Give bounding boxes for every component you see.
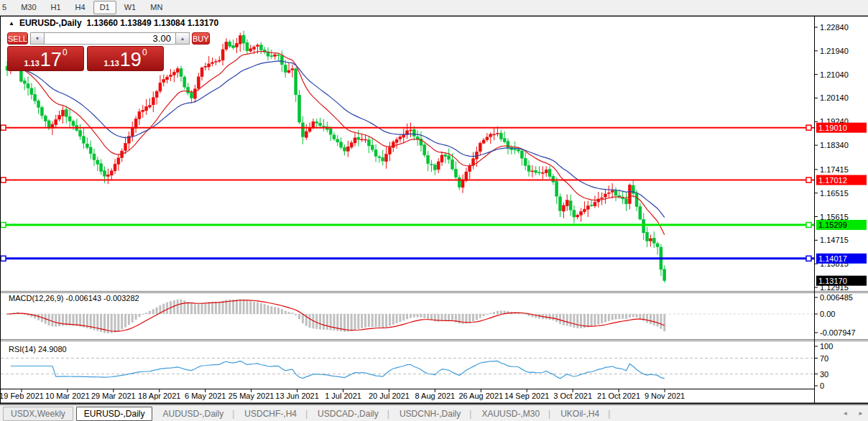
chart-ohlc-values: 1.13660 1.13849 1.13084 1.13170 bbox=[87, 18, 219, 28]
volume-increase-button[interactable]: ▲ bbox=[175, 32, 190, 45]
svg-text:100: 100 bbox=[820, 342, 833, 351]
date-tick-label: 18 Apr 2021 bbox=[138, 392, 180, 400]
tab-scroll-left-icon[interactable]: ◄ bbox=[842, 410, 848, 417]
date-tick-label: 14 Sep 2021 bbox=[504, 392, 549, 400]
chart-tab-ukoil-[interactable]: UKOil-,H4 bbox=[553, 407, 606, 420]
date-tick-label: 9 Nov 2021 bbox=[645, 392, 685, 400]
date-tick-label: 25 May 2021 bbox=[228, 392, 274, 400]
timeframe-button-m30[interactable]: M30 bbox=[14, 1, 42, 14]
chart-symbol-title: EURUSD-,Daily bbox=[19, 18, 82, 28]
timeframe-button-h4[interactable]: H4 bbox=[69, 1, 92, 14]
svg-text:1.14017: 1.14017 bbox=[818, 254, 847, 263]
chart-tab-xauusd-[interactable]: XAUUSD-,M30 bbox=[474, 407, 547, 420]
date-tick-label: 26 Aug 2021 bbox=[458, 392, 503, 400]
price-tick-label: 1.15615 bbox=[820, 213, 849, 221]
date-tick-label: 1 Jul 2021 bbox=[325, 392, 361, 400]
sell-button[interactable]: SELL bbox=[7, 32, 28, 45]
date-tick-label: 6 May 2021 bbox=[185, 392, 226, 400]
svg-text:-0.007947: -0.007947 bbox=[820, 328, 856, 337]
chart-tab-usdcad-[interactable]: USDCAD-,Daily bbox=[310, 407, 386, 420]
sell-price-pips: 17 bbox=[40, 51, 62, 69]
price-tick-label: 1.16515 bbox=[820, 189, 849, 198]
macd-indicator-label: MACD(12,26,9) -0.006143 -0.003282 bbox=[9, 294, 139, 302]
buy-price-prefix: 1.13 bbox=[103, 59, 119, 68]
axis-price-flag: 1.15299 bbox=[816, 220, 867, 230]
rsi-indicator-label: RSI(14) 24.9080 bbox=[9, 345, 67, 353]
svg-text:30: 30 bbox=[820, 370, 828, 379]
sell-price-point: 0 bbox=[63, 47, 68, 57]
tab-scroll-right-icon[interactable]: ► bbox=[858, 410, 864, 417]
svg-text:1.13170: 1.13170 bbox=[818, 277, 847, 285]
timeframe-button-5[interactable]: 5 bbox=[0, 1, 13, 14]
chart-header: ▲ EURUSD-,Daily 1.13660 1.13849 1.13084 … bbox=[9, 18, 218, 28]
date-tick-label: 21 Oct 2021 bbox=[597, 392, 640, 400]
one-click-trading-panel: SELL ▼ ▲ BUY 1.13 17 0 1.13 19 0 bbox=[7, 32, 164, 71]
timeframe-button-w1[interactable]: W1 bbox=[118, 1, 143, 14]
date-tick-label: 29 Mar 2021 bbox=[91, 392, 136, 400]
price-tick-label: 1.18340 bbox=[820, 141, 849, 149]
tab-separator: | bbox=[387, 409, 389, 419]
timeframe-button-d1[interactable]: D1 bbox=[93, 1, 116, 14]
svg-text:1.17012: 1.17012 bbox=[818, 176, 847, 185]
chart-tab-usdx[interactable]: USDX,Weekly bbox=[3, 407, 73, 421]
chart-tab-audusd-[interactable]: AUDUSD-,Daily bbox=[155, 407, 231, 420]
date-tick-label: 10 Mar 2021 bbox=[45, 392, 90, 400]
axis-price-flag: 1.17012 bbox=[816, 175, 867, 185]
tab-separator: | bbox=[232, 409, 234, 419]
price-tick-label: 1.22840 bbox=[820, 23, 849, 32]
buy-price-point: 0 bbox=[142, 47, 147, 57]
sell-price-prefix: 1.13 bbox=[24, 59, 39, 68]
volume-decrease-button[interactable]: ▼ bbox=[30, 32, 45, 45]
collapse-one-click-icon[interactable]: ▲ bbox=[9, 20, 14, 27]
chart-tab-usdcnh-[interactable]: USDCNH-,Daily bbox=[392, 407, 468, 420]
buy-button[interactable]: BUY bbox=[192, 32, 210, 45]
buy-price-pips: 19 bbox=[120, 51, 142, 69]
timeframe-button-h1[interactable]: H1 bbox=[45, 1, 68, 14]
date-tick-label: 8 Aug 2021 bbox=[415, 392, 456, 400]
date-tick-label: 19 Feb 2021 bbox=[0, 392, 44, 400]
date-tick-label: 20 Jul 2021 bbox=[369, 392, 410, 400]
price-tick-label: 1.21940 bbox=[820, 47, 849, 55]
chart-tab-bar: USDX,WeeklyEURUSD-,DailyAUDUSD-,Daily|US… bbox=[0, 404, 868, 421]
svg-text:0.00: 0.00 bbox=[820, 310, 835, 318]
svg-text:1.15299: 1.15299 bbox=[818, 221, 847, 229]
svg-text:0.006485: 0.006485 bbox=[820, 293, 853, 302]
sell-price-button[interactable]: 1.13 17 0 bbox=[7, 46, 84, 71]
axis-price-flag: 1.13170 bbox=[816, 276, 867, 286]
price-tick-label: 1.17415 bbox=[820, 165, 849, 174]
svg-text:1.19010: 1.19010 bbox=[818, 124, 847, 132]
date-tick-label: 3 Oct 2021 bbox=[553, 392, 592, 400]
volume-input[interactable] bbox=[45, 32, 175, 45]
chart-tab-usdchf-[interactable]: USDCHF-,H4 bbox=[237, 407, 304, 420]
axis-price-flag: 1.19010 bbox=[816, 123, 867, 133]
svg-text:0: 0 bbox=[820, 381, 824, 390]
tab-separator: | bbox=[469, 409, 471, 419]
date-tick-label: 13 Jun 2021 bbox=[275, 392, 319, 400]
tab-separator: | bbox=[608, 409, 610, 419]
axis-price-flag: 1.14017 bbox=[816, 254, 867, 264]
chart-tab-eurusd-[interactable]: EURUSD-,Daily bbox=[76, 407, 153, 421]
price-tick-label: 1.20140 bbox=[820, 93, 849, 102]
price-tick-label: 1.21040 bbox=[820, 70, 849, 79]
buy-price-button[interactable]: 1.13 19 0 bbox=[87, 46, 164, 71]
svg-text:70: 70 bbox=[820, 354, 828, 363]
timeframe-button-mn[interactable]: MN bbox=[144, 1, 169, 14]
tab-separator: | bbox=[305, 409, 308, 419]
price-tick-label: 1.14715 bbox=[820, 236, 849, 244]
timeframe-toolbar: 5M30H1H4D1W1MN bbox=[0, 0, 868, 16]
tab-separator: | bbox=[548, 409, 550, 419]
